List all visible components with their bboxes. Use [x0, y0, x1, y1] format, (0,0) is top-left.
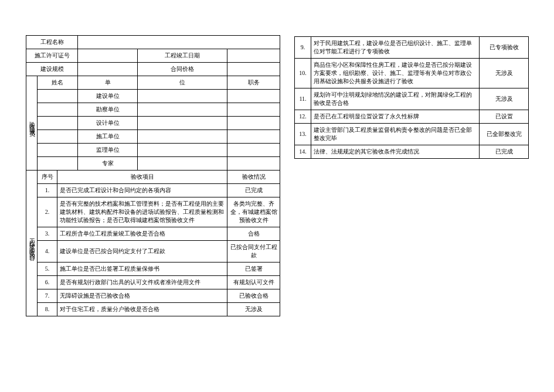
col-title: 职务 [227, 76, 280, 90]
col-name: 姓名 [38, 76, 78, 90]
row-2-status: 各类均完整、齐全，有城建档案馆预验收文件 [227, 197, 280, 227]
row-13-status: 已全部整改完 [480, 124, 529, 145]
row-3-no: 3. [38, 227, 57, 241]
row-8-item: 对于住宅工程，质量分户验收是否合格 [57, 303, 227, 316]
member-name-5 [38, 144, 78, 157]
row-4-status: 已按合同支付工程款 [227, 241, 280, 263]
expert-unit-ext [138, 157, 227, 171]
row-3-item: 工程所含单位工程质量竣工验收是否合格 [57, 227, 227, 241]
row-10-status: 无涉及 [480, 59, 529, 88]
row-5-status: 已签署 [227, 263, 280, 276]
row-10-no: 10. [295, 59, 311, 88]
row-3-status: 合格 [227, 227, 280, 241]
row-9-item: 对于民用建筑工程，建设单位是否已组织设计、施工、监理单位对节能工程进行了专项验收 [311, 37, 480, 59]
expert-title [227, 157, 280, 171]
expert-unit: 专家 [78, 157, 138, 171]
member-unit-1: 建设单位 [78, 90, 138, 103]
member-unit-5: 监理单位 [78, 144, 138, 157]
acceptance-content-side-label: 工程竣工验收内容 [26, 171, 38, 316]
row-14-item: 法律、法规规定的其它验收条件完成情况 [311, 145, 480, 159]
row-5-item: 施工单位是否已出签署工程质量保修书 [57, 263, 227, 276]
member-title-1 [227, 90, 280, 103]
member-name-2 [38, 103, 78, 117]
member-unit-3: 设计单位 [78, 117, 138, 130]
col-seq: 序号 [38, 171, 57, 184]
row-2-item: 是否有完整的技术档案和施工管理资料；是否有工程使用的主要建筑材料、建筑构配件和设… [57, 197, 227, 227]
member-unit-ext-3 [138, 117, 227, 130]
row-12-no: 12. [295, 110, 311, 124]
col-unit-1: 单 [78, 76, 138, 90]
member-unit-4: 施工单位 [78, 130, 138, 144]
row-9-status: 已专项验收 [480, 37, 529, 59]
expert-name [38, 157, 78, 171]
row-13-item: 建设主管部门及工程质量监督机构责令整改的问题是否已全部整改完毕 [311, 124, 480, 145]
row-5-no: 5. [38, 263, 57, 276]
row-6-item: 是否有规划行政部门出具的认可文件或者准许使用文件 [57, 276, 227, 289]
scale-value [78, 63, 138, 76]
contract-price-value [227, 63, 280, 76]
member-unit-2: 勘察单位 [78, 103, 138, 117]
member-title-3 [227, 117, 280, 130]
row-2-no: 2. [38, 197, 57, 227]
row-4-item: 建设单位是否已按合同约定支付了工程款 [57, 241, 227, 263]
acceptance-group-side-label: 验收组成员 [26, 76, 38, 171]
row-12-status: 已设置 [480, 110, 529, 124]
row-11-status: 无涉及 [480, 88, 529, 110]
row-14-status: 已完成 [480, 145, 529, 159]
project-name-label: 工程名称 [26, 36, 78, 49]
member-name-3 [38, 117, 78, 130]
project-name-value [78, 36, 280, 49]
row-12-item: 是否已在工程明显位置设置了永久性标牌 [311, 110, 480, 124]
row-10-item: 商品住宅小区和保障性住房工程，建设单位是否已按分期建设方案要求，组织勘察、设计、… [311, 59, 480, 88]
contract-price-label: 合同价格 [138, 63, 227, 76]
row-4-no: 4. [38, 241, 57, 263]
member-unit-ext-5 [138, 144, 227, 157]
row-6-no: 6. [38, 276, 57, 289]
row-11-no: 11. [295, 88, 311, 110]
main-form-table: 工程名称 施工许可证号 工程竣工日期 建设规模 合同价格 验收组成员 姓名 单 … [26, 35, 280, 316]
row-11-item: 规划许可中注明规划绿地情况的建设工程，对附属绿化工程的验收是否合格 [311, 88, 480, 110]
row-1-status: 已完成 [227, 184, 280, 197]
member-title-5 [227, 144, 280, 157]
row-9-no: 9. [295, 37, 311, 59]
row-7-status: 已验收合格 [227, 289, 280, 303]
row-14-no: 14. [295, 145, 311, 159]
member-unit-ext-1 [138, 90, 227, 103]
permit-no-value [78, 49, 138, 63]
member-title-4 [227, 130, 280, 144]
col-status: 验收情况 [227, 171, 280, 184]
col-item: 验收项目 [57, 171, 227, 184]
row-7-item: 无障碍设施是否已验收合格 [57, 289, 227, 303]
row-13-no: 13. [295, 124, 311, 145]
row-8-no: 8. [38, 303, 57, 316]
row-7-no: 7. [38, 289, 57, 303]
member-name-4 [38, 130, 78, 144]
scale-label: 建设规模 [26, 63, 78, 76]
row-6-status: 有规划认可文件 [227, 276, 280, 289]
row-1-item: 是否已完成工程设计和合同约定的各项内容 [57, 184, 227, 197]
member-name-1 [38, 90, 78, 103]
completion-date-label: 工程竣工日期 [138, 49, 227, 63]
row-1-no: 1. [38, 184, 57, 197]
col-unit-2: 位 [138, 76, 227, 90]
member-unit-ext-2 [138, 103, 227, 117]
member-title-2 [227, 103, 280, 117]
row-8-status: 无涉及 [227, 303, 280, 316]
member-unit-ext-4 [138, 130, 227, 144]
continuation-table: 9. 对于民用建筑工程，建设单位是否已组织设计、施工、监理单位对节能工程进行了专… [294, 36, 529, 159]
permit-no-label: 施工许可证号 [26, 49, 78, 63]
completion-date-value [227, 49, 280, 63]
